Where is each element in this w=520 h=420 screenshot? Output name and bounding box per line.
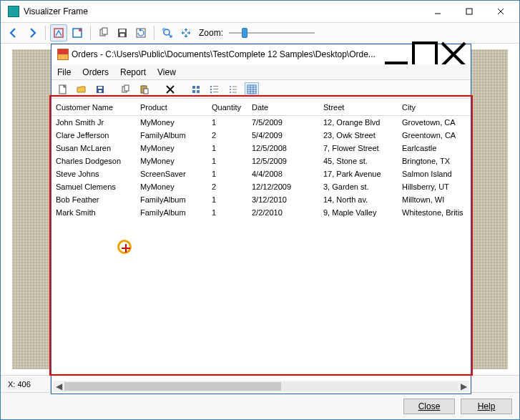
frame-button[interactable]: [69, 24, 86, 41]
cell: 9, Maple Valley: [319, 208, 398, 217]
nav-back-button[interactable]: [5, 24, 22, 41]
inner-minimize-button[interactable]: [382, 45, 411, 64]
table-row[interactable]: Samuel ClemensMyMoney212/12/20093, Garde…: [51, 180, 471, 193]
save-button[interactable]: [114, 24, 131, 41]
copy-icon[interactable]: [119, 82, 133, 97]
list-icon[interactable]: [226, 82, 240, 97]
zoom-100-button[interactable]: [177, 24, 195, 41]
svg-point-13: [164, 29, 170, 35]
details-icon[interactable]: [245, 82, 259, 97]
help-button[interactable]: Help: [461, 399, 512, 414]
update-button[interactable]: [132, 24, 149, 41]
separator: [45, 26, 46, 40]
visualizer-window: Visualizer Frame Zoom: Orders - C:\Users…: [0, 0, 520, 420]
menu-view[interactable]: View: [157, 67, 176, 77]
col-quantity[interactable]: Quantity: [207, 103, 247, 112]
scroll-left-icon[interactable]: ◀: [53, 381, 64, 392]
svg-rect-43: [232, 89, 237, 89]
svg-rect-22: [99, 90, 102, 92]
table-row[interactable]: Susan McLarenMyMoney112/5/20087, Flower …: [51, 142, 471, 155]
col-product[interactable]: Product: [136, 103, 207, 112]
svg-rect-32: [192, 90, 195, 93]
minimize-button[interactable]: [422, 1, 453, 21]
svg-rect-34: [210, 86, 212, 87]
open-icon[interactable]: [74, 82, 89, 97]
large-icons-icon[interactable]: [189, 82, 203, 97]
close-button[interactable]: [485, 1, 516, 21]
cell: Bob Feather: [51, 195, 136, 204]
menu-report[interactable]: Report: [120, 67, 146, 77]
cell: Steve Johns: [51, 170, 136, 178]
table-row[interactable]: John Smith JrMyMoney17/5/200912, Orange …: [51, 116, 471, 129]
cell: Salmon Island: [398, 170, 469, 178]
orders-window: Orders - C:\Users\Public\Documents\TestC…: [51, 44, 471, 394]
new-icon[interactable]: [56, 82, 70, 97]
svg-rect-21: [98, 87, 102, 89]
cell: 7, Flower Street: [319, 144, 398, 152]
zoom-fit-button[interactable]: [159, 24, 176, 41]
grid-header: Customer Name Product Quantity Date Stre…: [51, 99, 471, 116]
cell: Hillsberry, UT: [398, 182, 469, 191]
svg-point-40: [230, 86, 231, 87]
cell: MyMoney: [136, 182, 207, 191]
cell: 1: [207, 195, 247, 204]
cell: Mark Smith: [51, 208, 136, 217]
col-customer[interactable]: Customer Name: [51, 103, 136, 112]
svg-rect-33: [197, 90, 200, 93]
table-row[interactable]: Charles DodgesonMyMoney112/5/200945, Sto…: [51, 155, 471, 167]
inner-toolbar: [51, 80, 471, 99]
maximize-button[interactable]: [453, 1, 485, 21]
cell: Charles Dodgeson: [51, 157, 136, 165]
svg-rect-1: [466, 9, 472, 14]
zoom-slider[interactable]: [229, 26, 315, 39]
inner-title: Orders - C:\Users\Public\Documents\TestC…: [72, 49, 382, 59]
table-row[interactable]: Bob FeatherFamilyAlbum13/12/201014, Nort…: [51, 193, 471, 206]
cell: 5/4/2009: [247, 131, 319, 140]
table-row[interactable]: Clare JeffersonFamilyAlbum25/4/200923, O…: [51, 129, 471, 142]
nav-forward-button[interactable]: [24, 24, 41, 41]
cell: MyMoney: [136, 157, 207, 165]
inner-close-button[interactable]: [439, 45, 468, 64]
cell: Whitestone, Britis: [398, 208, 469, 217]
svg-rect-11: [120, 34, 124, 36]
click-marker-icon: [117, 240, 132, 254]
cell: 4/4/2008: [247, 170, 319, 178]
cell: Susan McLaren: [51, 144, 136, 152]
inner-menubar: File Orders Report View: [51, 64, 471, 80]
table-row[interactable]: Mark SmithFamilyAlbum12/2/20109, Maple V…: [51, 206, 471, 219]
save-icon[interactable]: [93, 82, 107, 97]
cell: 2/2/2010: [247, 208, 319, 217]
orders-grid[interactable]: Customer Name Product Quantity Date Stre…: [51, 99, 471, 394]
svg-rect-16: [413, 43, 436, 66]
scroll-right-icon[interactable]: ▶: [458, 381, 469, 392]
table-row[interactable]: Steve JohnsScreenSaver14/4/200817, Park …: [51, 167, 471, 180]
horizontal-scrollbar[interactable]: ◀ ▶: [53, 381, 469, 392]
status-x: X: 406: [1, 376, 51, 392]
paste-icon[interactable]: [137, 82, 152, 97]
cell: 2: [207, 131, 247, 140]
svg-point-44: [230, 92, 231, 93]
col-street[interactable]: Street: [319, 103, 398, 112]
cell: MyMoney: [136, 144, 207, 152]
copy-button[interactable]: [95, 24, 112, 41]
svg-rect-24: [124, 85, 129, 91]
footer: Close Help: [1, 392, 519, 419]
cell: 12/12/2009: [247, 182, 319, 191]
col-city[interactable]: City: [398, 103, 469, 112]
svg-rect-45: [232, 92, 237, 92]
separator: [154, 26, 154, 40]
cell: 2: [207, 182, 247, 191]
cell: 1: [207, 170, 247, 178]
col-date[interactable]: Date: [247, 103, 319, 112]
small-icons-icon[interactable]: [207, 82, 222, 97]
cell: 17, Park Avenue: [319, 170, 398, 178]
menu-file[interactable]: File: [57, 67, 71, 77]
svg-rect-36: [210, 89, 212, 90]
inner-maximize-button[interactable]: [411, 45, 439, 64]
cell: Grovetown, CA: [398, 118, 469, 127]
close-dialog-button[interactable]: Close: [403, 399, 455, 414]
cell: 14, North av.: [319, 195, 398, 204]
menu-orders[interactable]: Orders: [82, 67, 109, 77]
highlight-button[interactable]: [50, 24, 67, 41]
delete-icon[interactable]: [163, 82, 177, 97]
